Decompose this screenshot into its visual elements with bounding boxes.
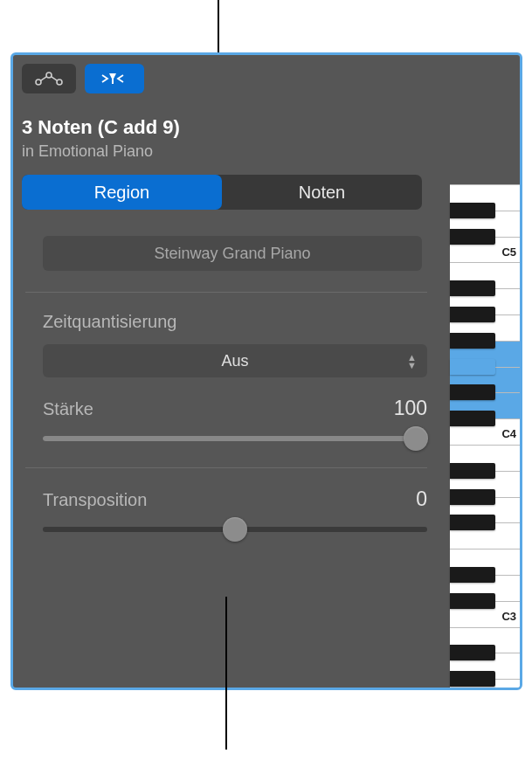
midi-in-button[interactable] (85, 64, 144, 93)
strength-value: 100 (394, 397, 427, 420)
octave-label: C4 (501, 427, 516, 440)
toolbar (13, 55, 520, 99)
quantize-value: Aus (43, 352, 427, 370)
black-key[interactable] (450, 307, 495, 322)
octave-label: C5 (501, 245, 516, 259)
strength-slider-fill (43, 436, 427, 441)
tab-segmented-control: Region Noten (22, 175, 422, 210)
black-key[interactable] (450, 280, 495, 296)
black-key[interactable] (450, 489, 495, 505)
automation-icon (34, 71, 64, 86)
black-key[interactable] (450, 359, 495, 375)
callout-line-bottom (225, 597, 227, 750)
black-key[interactable] (450, 463, 495, 479)
black-key[interactable] (450, 384, 495, 400)
black-key[interactable] (450, 593, 495, 609)
black-key[interactable] (450, 567, 495, 583)
svg-point-1 (46, 73, 52, 78)
strength-section: Stärke 100 (43, 397, 427, 441)
transpose-label: Transposition (43, 490, 147, 510)
divider (25, 292, 427, 293)
instrument-name-field[interactable]: Steinway Grand Piano (43, 236, 422, 271)
black-key[interactable] (450, 645, 495, 660)
strength-slider-knob[interactable] (404, 426, 428, 451)
quantize-dropdown[interactable]: Aus ▲▼ (43, 344, 427, 377)
quantize-section: Zeitquantisierung Aus ▲▼ (43, 312, 427, 377)
transpose-slider-knob[interactable] (223, 517, 247, 542)
transpose-slider[interactable] (43, 527, 427, 532)
black-key[interactable] (450, 515, 495, 530)
tab-region[interactable]: Region (22, 175, 222, 210)
quantize-label: Zeitquantisierung (43, 312, 427, 332)
selection-subtitle: in Emotional Piano (22, 142, 511, 161)
black-key[interactable] (450, 411, 495, 426)
automation-view-button[interactable] (22, 64, 76, 93)
inspector-panel: 3 Noten (C add 9) in Emotional Piano Reg… (10, 52, 522, 690)
chevron-updown-icon: ▲▼ (407, 354, 417, 369)
callout-line-top (218, 0, 219, 52)
header: 3 Noten (C add 9) in Emotional Piano (13, 99, 520, 175)
svg-line-3 (41, 77, 47, 81)
tab-noten[interactable]: Noten (222, 175, 422, 210)
svg-line-4 (52, 77, 58, 81)
svg-point-2 (57, 79, 62, 85)
black-key[interactable] (450, 671, 495, 687)
strength-label: Stärke (43, 399, 93, 419)
black-key[interactable] (450, 333, 495, 349)
svg-point-0 (36, 79, 41, 85)
black-key[interactable] (450, 229, 495, 245)
piano-keyboard[interactable]: C5C4C3 (450, 184, 520, 689)
octave-label: C3 (501, 610, 516, 623)
transpose-section: Transposition 0 (43, 487, 427, 532)
strength-slider[interactable] (43, 436, 427, 441)
divider (25, 467, 427, 468)
black-key[interactable] (450, 203, 495, 218)
transpose-value: 0 (416, 487, 427, 511)
selection-title: 3 Noten (C add 9) (22, 116, 511, 139)
midi-funnel-icon (97, 70, 132, 87)
